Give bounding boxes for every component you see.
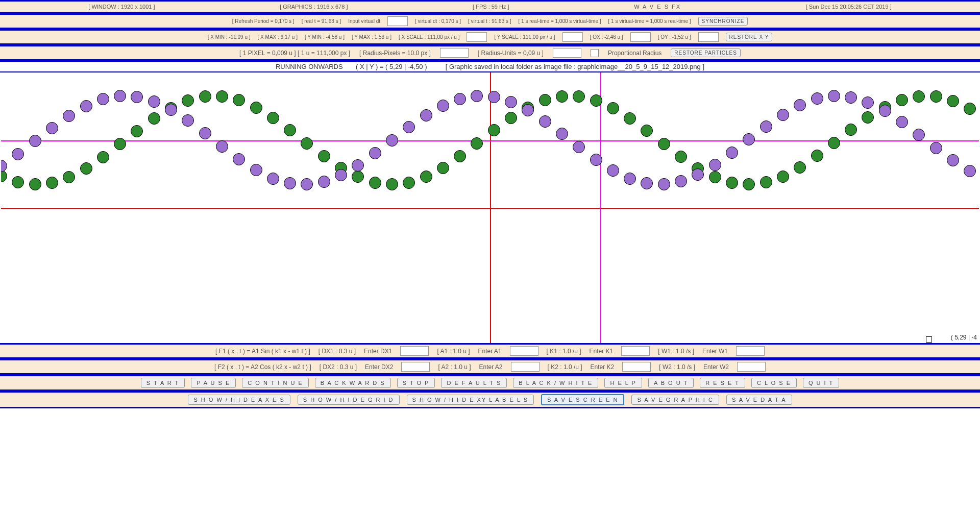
proportional-radius-checkbox[interactable]	[591, 49, 599, 57]
f2-a-label: Enter A2	[479, 363, 503, 371]
particle-f1	[454, 150, 466, 162]
particle-f1	[420, 171, 432, 183]
particle-f2	[828, 90, 840, 102]
particle-f1	[573, 90, 585, 103]
particle-f2	[46, 122, 58, 134]
backwards-button[interactable]: B A C K W A R D S	[315, 378, 391, 388]
axis-hline	[1, 208, 979, 209]
particle-f2	[63, 110, 75, 122]
particle-f2	[896, 116, 908, 128]
cursor-xy: ( X | Y ) = ( 5,29 | -4,50 )	[356, 63, 427, 70]
particle-f2	[216, 140, 228, 153]
input-vdt[interactable]	[387, 16, 408, 26]
xscale-input[interactable]	[467, 32, 487, 42]
particle-f1	[97, 151, 109, 163]
particle-f1	[607, 102, 619, 114]
start-button[interactable]: S T A R T	[141, 378, 185, 388]
defaults-button[interactable]: D E F A U L T S	[441, 378, 507, 388]
yscale-input[interactable]	[562, 32, 583, 42]
particle-f1	[199, 90, 211, 103]
restore-xy-button[interactable]: RESTORE X Y	[726, 33, 773, 41]
f2-a-input[interactable]	[511, 362, 540, 372]
f1-a-label: Enter A1	[478, 348, 502, 355]
radius-u-input[interactable]	[553, 48, 581, 58]
particle-f1	[641, 125, 653, 137]
particle-f1	[250, 102, 262, 114]
particle-f2	[352, 159, 364, 172]
particle-f1	[131, 125, 143, 137]
pause-button[interactable]: P A U S E	[191, 378, 236, 388]
button-row-1: S T A R T P A U S E C O N T I N U E B A …	[0, 375, 980, 391]
f1-a-input[interactable]	[510, 346, 538, 356]
proportional-radius-label: Proportional Radius	[608, 50, 662, 57]
datetime: [ Sun Dec 15 20:05:26 CET 2019 ]	[806, 4, 892, 10]
particle-f1	[675, 151, 687, 163]
show-hide-axes-button[interactable]: S H O W / H I D E A X E S	[188, 395, 290, 405]
particle-f2	[641, 177, 653, 189]
particle-f2	[964, 165, 976, 177]
reset-button[interactable]: R E S E T	[700, 378, 745, 388]
about-button[interactable]: A B O U T	[648, 378, 694, 388]
virtual-t: [ virtual t : 91,63 s ]	[468, 18, 511, 24]
particle-f1	[284, 124, 296, 136]
save-data-button[interactable]: S A V E D A T A	[726, 395, 792, 405]
refresh-period: [ Refresh Period = 0,170 s ]	[232, 18, 295, 24]
restore-particles-button[interactable]: RESTORE PARTICLES	[671, 48, 741, 57]
quit-button[interactable]: Q U I T	[803, 378, 839, 388]
particle-f1	[29, 178, 41, 190]
particle-f1	[114, 138, 126, 150]
particle-f2	[199, 127, 211, 139]
close-button[interactable]: C L O S E	[751, 378, 797, 388]
continue-button[interactable]: C O N T I N U E	[242, 378, 308, 388]
f1-w-input[interactable]	[736, 346, 765, 356]
black-white-button[interactable]: B L A C K / W H I T E	[513, 378, 598, 388]
synchronize-button[interactable]: SYNCHRONIZE	[698, 17, 748, 26]
ox-input[interactable]	[630, 32, 651, 42]
particle-f2	[1, 160, 7, 172]
particle-f2	[522, 104, 534, 116]
particle-f2	[624, 173, 636, 185]
help-button[interactable]: H E L P	[604, 378, 642, 388]
particle-f2	[301, 178, 313, 190]
xmin: [ X MIN : -11,09 u ]	[208, 34, 251, 40]
show-hide-grid-button[interactable]: S H O W / H I D E G R I D	[298, 395, 400, 405]
f2-dx-input[interactable]	[401, 362, 430, 372]
particle-f2	[420, 109, 432, 121]
graphics-canvas[interactable]: ( 5,29 | -4	[1, 72, 979, 343]
f1-row: [ F1 ( x , t ) = A1 Sin ( k1 x - w1 t ) …	[0, 343, 980, 359]
f2-dx-label: Enter DX2	[365, 363, 393, 371]
particle-f1	[267, 112, 279, 124]
particle-f1	[46, 177, 58, 189]
particle-f1	[743, 178, 755, 190]
particle-f2	[454, 93, 466, 105]
particle-f1	[930, 90, 942, 103]
save-screen-button[interactable]: S A V E S C R E E N	[541, 394, 624, 405]
particle-f2	[675, 175, 687, 187]
particle-f2	[590, 154, 602, 166]
particle-f2	[29, 135, 41, 147]
radius-row: [ 1 PIXEL = 0,009 u ] [ 1 u = 111,000 px…	[0, 45, 980, 61]
show-hide-xy-labels-button[interactable]: S H O W / H I D E XY L A B E L S	[407, 395, 534, 405]
particle-f2	[80, 100, 92, 112]
f2-w-input[interactable]	[737, 362, 766, 372]
f1-dx-input[interactable]	[400, 346, 429, 356]
stop-button[interactable]: S T O P	[397, 378, 435, 388]
particle-f1	[947, 95, 959, 107]
particle-f1	[403, 177, 415, 189]
particle-f2	[233, 153, 245, 165]
radius-px: [ Radius-Pixels = 10.0 px ]	[359, 50, 431, 57]
time-row: [ Refresh Period = 0,170 s ] [ real t = …	[0, 13, 980, 29]
radius-px-input[interactable]	[440, 48, 469, 58]
ymax: [ Y MAX : 1,53 u ]	[352, 34, 391, 40]
particle-f1	[590, 94, 602, 107]
f2-k: [ K2 : 1.0 /u ]	[548, 363, 582, 371]
oy-input[interactable]	[698, 32, 719, 42]
particle-f2	[658, 178, 670, 190]
oy: [ OY : -1,52 u ]	[658, 34, 691, 40]
particle-f1	[437, 162, 449, 174]
save-graphic-button[interactable]: S A V E G R A P H I C	[631, 395, 719, 405]
f1-k-input[interactable]	[621, 346, 650, 356]
f2-k-input[interactable]	[622, 362, 651, 372]
particle-f2	[131, 91, 143, 103]
particle-f1	[80, 162, 92, 175]
